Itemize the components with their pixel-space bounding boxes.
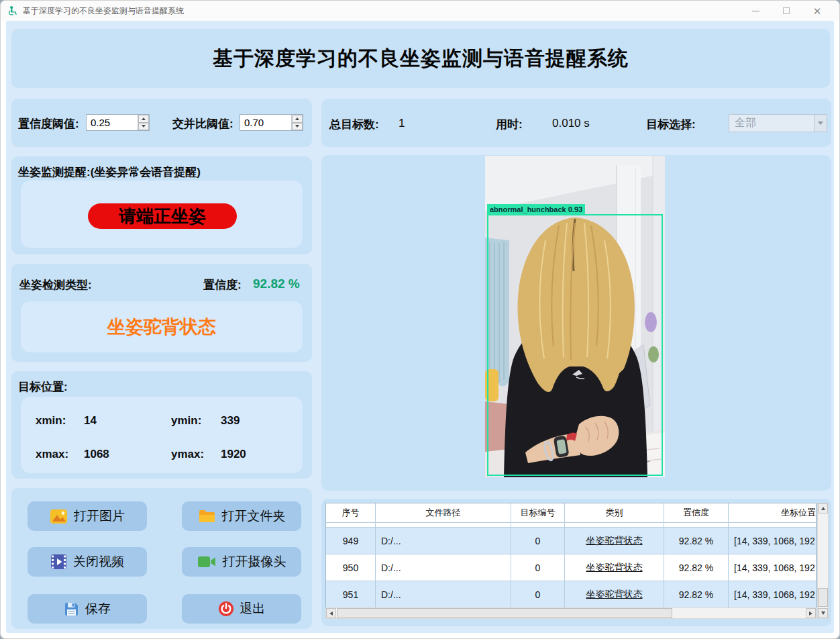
cell-coords: [14, 339, 1068, 192 bbox=[729, 528, 816, 554]
header-target-id[interactable]: 目标编号 bbox=[511, 503, 565, 523]
reminder-panel: 坐姿监测提醒:(坐姿异常会语音提醒) 请端正坐姿 bbox=[11, 156, 312, 254]
folder-icon bbox=[198, 509, 216, 524]
close-icon: ✕ bbox=[813, 6, 822, 16]
button-label: 退出 bbox=[240, 600, 266, 618]
scroll-left-button[interactable] bbox=[326, 608, 336, 618]
detection-photo: abnormal_hunchback 0.93 bbox=[485, 156, 665, 477]
chevron-down-icon bbox=[818, 121, 823, 125]
table-row[interactable]: 949 D:/... 0 坐姿驼背状态 92.82 % [14, 339, 10… bbox=[326, 528, 816, 554]
ymax-value: 1920 bbox=[221, 448, 246, 461]
header-panel: 基于深度学习的不良坐姿监测与语音提醒系统 bbox=[11, 29, 830, 88]
chevron-up-icon bbox=[142, 117, 146, 120]
exit-button[interactable]: 退出 bbox=[182, 594, 301, 624]
ymax-label: ymax: bbox=[171, 448, 204, 461]
button-label: 打开文件夹 bbox=[222, 507, 286, 525]
video-file-icon bbox=[50, 554, 67, 570]
results-table-panel: 序号 文件路径 目标编号 类别 置信度 坐标位置 949 D:/... 0 坐姿… bbox=[321, 499, 831, 626]
power-icon bbox=[218, 601, 234, 617]
detection-label: abnormal_hunchback 0.93 bbox=[487, 204, 585, 215]
confidence-threshold-label: 置信度阈值: bbox=[18, 116, 79, 132]
iou-threshold-input[interactable] bbox=[240, 115, 291, 130]
spin-up-button[interactable] bbox=[138, 115, 149, 123]
target-select-dropdown[interactable]: 全部 bbox=[729, 114, 827, 132]
chevron-down-icon bbox=[142, 125, 146, 128]
confidence-threshold-input[interactable] bbox=[87, 115, 138, 130]
ymin-label: ymin: bbox=[171, 414, 201, 428]
spinner-buttons bbox=[291, 115, 303, 130]
button-label: 打开摄像头 bbox=[223, 553, 286, 571]
triangle-up-icon bbox=[821, 507, 825, 510]
header-file-path[interactable]: 文件路径 bbox=[376, 503, 511, 523]
xmax-value: 1068 bbox=[84, 448, 109, 461]
image-viewer-panel: abnormal_hunchback 0.93 bbox=[321, 155, 831, 491]
elapsed-time-label: 用时: bbox=[496, 117, 523, 132]
target-position-panel: 目标位置: xmin: 14 ymin: 339 xmax: 1068 ymax… bbox=[11, 371, 312, 479]
maximize-button[interactable] bbox=[771, 1, 802, 21]
open-camera-button[interactable]: 打开摄像头 bbox=[182, 547, 301, 577]
header-coords[interactable]: 坐标位置 bbox=[729, 503, 816, 523]
main-content: 基于深度学习的不良坐姿监测与语音提醒系统 置信度阈值: 交并比阈值: bbox=[6, 21, 834, 633]
cell-index: 949 bbox=[326, 528, 376, 554]
target-select-value: 全部 bbox=[729, 116, 814, 130]
total-targets-value: 1 bbox=[399, 117, 405, 130]
cell-confidence: 92.82 % bbox=[664, 528, 729, 554]
spin-down-button[interactable] bbox=[292, 123, 303, 131]
open-folder-button[interactable]: 打开文件夹 bbox=[182, 501, 301, 531]
minimize-button[interactable] bbox=[740, 1, 771, 21]
minimize-icon bbox=[752, 11, 759, 11]
chevron-up-icon bbox=[295, 117, 299, 120]
spinner-buttons bbox=[138, 115, 149, 130]
xmin-label: xmin: bbox=[36, 414, 66, 428]
spin-down-button[interactable] bbox=[138, 123, 149, 131]
app-window: 基于深度学习的不良坐姿监测与语音提醒系统 ✕ 基于深度学习的不良坐姿监测与语音提… bbox=[0, 0, 840, 639]
detection-bounding-box bbox=[487, 214, 663, 476]
window-controls: ✕ bbox=[740, 1, 833, 21]
actions-panel: 打开图片 打开文件夹 关闭视频 bbox=[11, 488, 312, 629]
vertical-scrollbar[interactable] bbox=[817, 503, 829, 619]
header-confidence[interactable]: 置信度 bbox=[664, 503, 729, 523]
cell-coords: [14, 339, 1068, 192 bbox=[729, 554, 816, 581]
close-video-button[interactable]: 关闭视频 bbox=[28, 547, 147, 577]
scroll-right-button[interactable] bbox=[806, 608, 816, 618]
cell-target-id: 0 bbox=[511, 528, 565, 554]
target-select-label: 目标选择: bbox=[646, 117, 696, 132]
iou-threshold-label: 交并比阈值: bbox=[172, 116, 233, 132]
confidence-threshold-spinner[interactable] bbox=[86, 114, 150, 131]
button-label: 关闭视频 bbox=[73, 553, 124, 571]
header-category[interactable]: 类别 bbox=[565, 503, 664, 523]
cell-index: 950 bbox=[326, 554, 376, 581]
table-row[interactable]: 951 D:/... 0 坐姿驼背状态 92.82 % [14, 339, 10… bbox=[326, 581, 816, 608]
save-icon bbox=[64, 601, 79, 617]
triangle-right-icon bbox=[809, 611, 812, 616]
posture-alert-badge: 请端正坐姿 bbox=[88, 203, 237, 229]
maximize-icon bbox=[783, 7, 790, 14]
thresholds-panel: 置信度阈值: 交并比阈值: bbox=[11, 99, 312, 147]
table-row[interactable]: 950 D:/... 0 坐姿驼背状态 92.82 % [14, 339, 10… bbox=[326, 554, 816, 581]
horizontal-scrollbar[interactable] bbox=[325, 607, 817, 619]
scroll-up-button[interactable] bbox=[818, 503, 828, 513]
cell-category: 坐姿驼背状态 bbox=[565, 528, 664, 554]
save-button[interactable]: 保存 bbox=[28, 594, 147, 624]
horizontal-scroll-thumb[interactable] bbox=[337, 608, 672, 618]
vertical-scroll-thumb[interactable] bbox=[818, 588, 828, 607]
xmin-value: 14 bbox=[84, 414, 97, 428]
iou-threshold-spinner[interactable] bbox=[240, 114, 303, 131]
dropdown-button[interactable] bbox=[814, 115, 827, 132]
cell-category: 坐姿驼背状态 bbox=[565, 554, 664, 581]
chevron-down-icon bbox=[295, 125, 299, 128]
detection-type-label: 坐姿检测类型: bbox=[19, 277, 92, 293]
page-title: 基于深度学习的不良坐姿监测与语音提醒系统 bbox=[213, 45, 629, 72]
close-button[interactable]: ✕ bbox=[802, 1, 833, 21]
cell-index: 951 bbox=[326, 581, 376, 608]
open-image-button[interactable]: 打开图片 bbox=[28, 501, 147, 531]
xmax-label: xmax: bbox=[36, 448, 68, 461]
button-label: 打开图片 bbox=[74, 507, 125, 525]
titlebar: 基于深度学习的不良坐姿监测与语音提醒系统 ✕ bbox=[1, 1, 839, 21]
header-index[interactable]: 序号 bbox=[326, 503, 376, 523]
scroll-down-button[interactable] bbox=[818, 608, 828, 618]
app-icon bbox=[7, 5, 18, 16]
reminder-label: 坐姿监测提醒:(坐姿异常会语音提醒) bbox=[18, 164, 201, 180]
cell-coords: [14, 339, 1068, 192 bbox=[729, 581, 816, 608]
elapsed-time-value: 0.010 s bbox=[552, 117, 590, 130]
spin-up-button[interactable] bbox=[292, 115, 303, 123]
